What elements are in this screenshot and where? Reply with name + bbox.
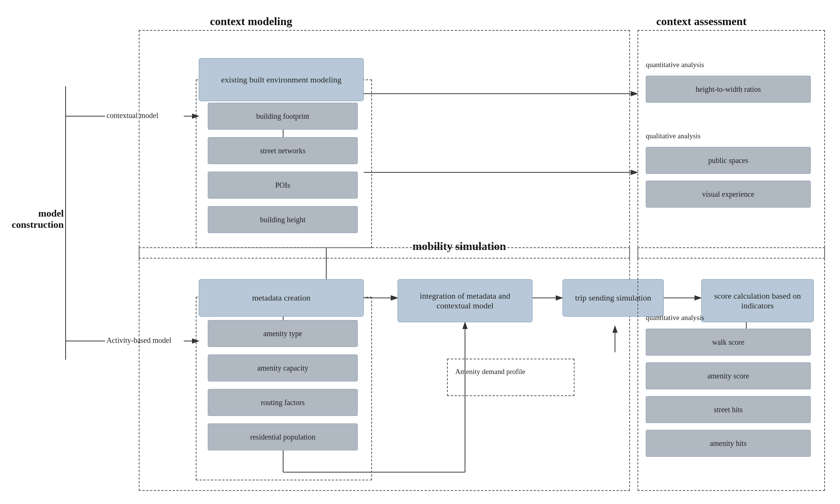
street-networks-box: street networks bbox=[208, 137, 358, 164]
osm-data-inner-box: import OSM data/ shapefile building foot… bbox=[196, 79, 372, 248]
amenity-score-box: amenity score bbox=[646, 362, 811, 389]
amenity-capacity-box: amenity capacity bbox=[208, 354, 358, 381]
height-width-box: height-to-width ratios bbox=[646, 76, 811, 103]
building-footprint-box: building footprint bbox=[208, 103, 358, 130]
existing-built-box: existing built environment modeling bbox=[199, 58, 364, 101]
building-height-box: building height bbox=[208, 206, 358, 233]
amenity-demand-box: Amenity demand profile bbox=[447, 359, 574, 396]
quant-analysis-1-label: quantitative analysis bbox=[646, 61, 704, 69]
input-params-inner-box: input parameters amenity type amenity ca… bbox=[196, 297, 372, 480]
context-assessment-bottom-box: quantitative analysis walk score amenity… bbox=[638, 247, 825, 491]
residential-population-box: residential population bbox=[208, 423, 358, 450]
amenity-demand-label: Amenity demand profile bbox=[455, 368, 525, 376]
diagram-container: context modeling context assessment mobi… bbox=[0, 0, 840, 504]
street-hits-box: street hits bbox=[646, 396, 811, 423]
metadata-creation-box: metadata creation bbox=[199, 279, 364, 317]
context-assessment-top-box: quantitative analysis height-to-width ra… bbox=[638, 30, 825, 259]
qual-analysis-label: qualitative analysis bbox=[646, 132, 700, 140]
routing-factors-box: routing factors bbox=[208, 389, 358, 416]
public-spaces-box: public spaces bbox=[646, 147, 811, 174]
integration-box: integration of metadata and contextual m… bbox=[398, 279, 532, 322]
walk-score-box: walk score bbox=[646, 329, 811, 356]
context-assessment-title: context assessment bbox=[656, 15, 747, 28]
amenity-hits-box: amenity hits bbox=[646, 430, 811, 457]
context-modeling-title: context modeling bbox=[210, 15, 292, 28]
pois-box: POIs bbox=[208, 172, 358, 199]
visual-experience-box: visual experience bbox=[646, 181, 811, 208]
model-construction-label: model construction bbox=[11, 208, 64, 230]
amenity-type-box: amenity type bbox=[208, 320, 358, 347]
quant-analysis-2-label: quantitative analysis bbox=[646, 314, 704, 322]
